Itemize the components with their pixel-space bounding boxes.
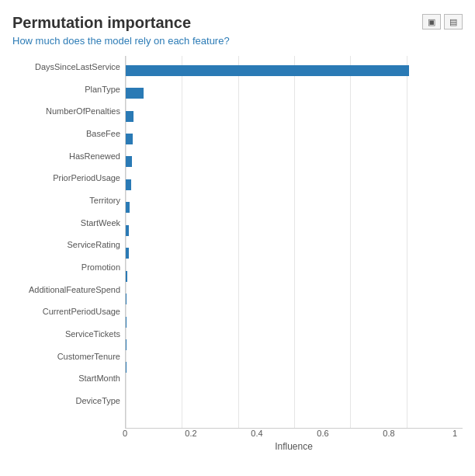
y-label: AdditionalFeatureSpend [12, 279, 125, 301]
y-label: CustomerTenure [12, 346, 125, 367]
chart-subtitle: How much does the model rely on each fea… [12, 35, 463, 47]
main-container: Permutation importance How much does the… [0, 0, 475, 476]
bar-row [126, 59, 463, 82]
chart-area: DaysSinceLastServicePlanTypeNumberOfPena… [12, 56, 463, 452]
chart-inner: DaysSinceLastServicePlanTypeNumberOfPena… [12, 56, 463, 429]
y-label: ServiceTickets [12, 323, 125, 345]
bar-row [126, 196, 463, 219]
bar [126, 271, 127, 282]
bar [126, 225, 129, 236]
chart-title: Permutation importance [12, 14, 463, 32]
y-label: StartWeek [12, 212, 125, 234]
bar-row [126, 173, 463, 196]
x-tick-label: 0.6 [315, 429, 331, 438]
y-label: NumberOfPenalties [12, 100, 125, 122]
bar [126, 294, 127, 304]
bar [126, 156, 132, 167]
bar [126, 111, 133, 122]
bar-row [126, 287, 463, 310]
bar [126, 65, 409, 76]
plot-area [125, 56, 463, 429]
x-tick-label: 1 [447, 429, 463, 438]
bar-row [126, 356, 463, 379]
x-axis-label: Influence [125, 441, 463, 452]
bar-row [126, 242, 463, 265]
x-tick-label: 0 [117, 429, 133, 438]
x-tick-label: 0.8 [381, 429, 397, 438]
multi-chart-btn[interactable]: ▤ [444, 14, 463, 30]
bar-row [126, 151, 463, 173]
single-chart-btn[interactable]: ▣ [422, 14, 441, 30]
y-label: ServiceRating [12, 234, 125, 255]
y-label: PriorPeriodUsage [12, 167, 125, 189]
y-label: Promotion [12, 256, 125, 278]
x-tick-label: 0.4 [249, 429, 265, 438]
bar-row [126, 105, 463, 127]
x-ticks-row: 00.20.40.60.81 [125, 429, 463, 438]
bar [126, 202, 130, 213]
bar-row [126, 265, 463, 287]
y-label: DeviceType [12, 390, 125, 412]
bar [126, 88, 144, 99]
y-labels: DaysSinceLastServicePlanTypeNumberOfPena… [12, 56, 125, 429]
y-label: DaysSinceLastService [12, 56, 125, 78]
y-label: StartMonth [12, 367, 125, 389]
y-label: PlanType [12, 78, 125, 100]
bars-container [126, 56, 463, 428]
bar-row [126, 379, 463, 401]
bar [126, 179, 131, 190]
bar-row [126, 311, 463, 333]
y-label: CurrentPeriodUsage [12, 301, 125, 322]
y-label: Territory [12, 189, 125, 211]
bar-row [126, 82, 463, 104]
bar-row [126, 402, 463, 425]
bottom-section: 00.20.40.60.81 Influence [12, 429, 463, 452]
bar-row [126, 219, 463, 241]
y-label: BaseFee [12, 123, 125, 144]
x-tick-label: 0.2 [183, 429, 199, 438]
bar [126, 134, 133, 144]
bar [126, 248, 129, 259]
bar-row [126, 127, 463, 150]
y-label: HasRenewed [12, 145, 125, 167]
toolbar: ▣ ▤ [422, 14, 463, 30]
bar-row [126, 333, 463, 356]
